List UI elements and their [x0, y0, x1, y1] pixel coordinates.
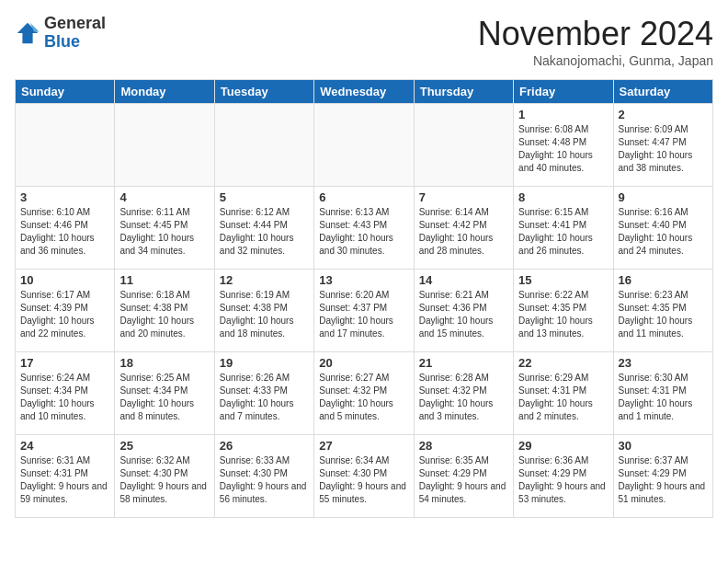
day-number: 5: [220, 190, 309, 204]
logo: General Blue: [15, 15, 106, 52]
day-number: 29: [518, 439, 608, 453]
calendar-cell: 30Sunrise: 6:37 AM Sunset: 4:29 PM Dayli…: [613, 435, 712, 518]
calendar-cell: [414, 104, 513, 187]
day-number: 3: [20, 190, 109, 204]
calendar-cell: 24Sunrise: 6:31 AM Sunset: 4:31 PM Dayli…: [16, 435, 115, 518]
day-info: Sunrise: 6:10 AM Sunset: 4:46 PM Dayligh…: [20, 206, 109, 258]
calendar-header-row: SundayMondayTuesdayWednesdayThursdayFrid…: [16, 80, 713, 104]
day-info: Sunrise: 6:13 AM Sunset: 4:43 PM Dayligh…: [319, 206, 408, 258]
day-number: 23: [619, 356, 708, 370]
week-row-2: 3Sunrise: 6:10 AM Sunset: 4:46 PM Daylig…: [16, 187, 713, 270]
day-info: Sunrise: 6:23 AM Sunset: 4:35 PM Dayligh…: [619, 289, 708, 340]
day-info: Sunrise: 6:22 AM Sunset: 4:35 PM Dayligh…: [518, 289, 608, 340]
calendar-cell: 10Sunrise: 6:17 AM Sunset: 4:39 PM Dayli…: [16, 270, 115, 352]
day-info: Sunrise: 6:34 AM Sunset: 4:30 PM Dayligh…: [319, 454, 408, 506]
calendar-cell: 8Sunrise: 6:15 AM Sunset: 4:41 PM Daylig…: [514, 187, 613, 270]
calendar-cell: [115, 104, 214, 187]
day-number: 28: [419, 439, 508, 453]
day-info: Sunrise: 6:11 AM Sunset: 4:45 PM Dayligh…: [119, 206, 209, 258]
day-number: 17: [20, 356, 109, 370]
day-info: Sunrise: 6:31 AM Sunset: 4:31 PM Dayligh…: [20, 454, 109, 506]
day-number: 8: [518, 190, 608, 204]
calendar-cell: 26Sunrise: 6:33 AM Sunset: 4:30 PM Dayli…: [214, 435, 313, 518]
col-header-tuesday: Tuesday: [214, 80, 313, 104]
day-number: 11: [119, 273, 209, 287]
day-number: 20: [319, 356, 408, 370]
week-row-5: 24Sunrise: 6:31 AM Sunset: 4:31 PM Dayli…: [16, 435, 713, 518]
day-info: Sunrise: 6:26 AM Sunset: 4:33 PM Dayligh…: [220, 372, 309, 423]
logo-icon: [15, 20, 40, 46]
calendar-cell: 11Sunrise: 6:18 AM Sunset: 4:38 PM Dayli…: [115, 270, 214, 352]
day-info: Sunrise: 6:37 AM Sunset: 4:29 PM Dayligh…: [619, 454, 708, 506]
calendar-cell: 6Sunrise: 6:13 AM Sunset: 4:43 PM Daylig…: [314, 187, 414, 270]
day-info: Sunrise: 6:35 AM Sunset: 4:29 PM Dayligh…: [419, 454, 508, 506]
day-info: Sunrise: 6:33 AM Sunset: 4:30 PM Dayligh…: [220, 454, 309, 506]
week-row-4: 17Sunrise: 6:24 AM Sunset: 4:34 PM Dayli…: [16, 352, 713, 435]
day-info: Sunrise: 6:32 AM Sunset: 4:30 PM Dayligh…: [119, 454, 209, 506]
calendar-cell: 28Sunrise: 6:35 AM Sunset: 4:29 PM Dayli…: [414, 435, 513, 518]
day-info: Sunrise: 6:19 AM Sunset: 4:38 PM Dayligh…: [220, 289, 309, 340]
day-info: Sunrise: 6:18 AM Sunset: 4:38 PM Dayligh…: [119, 289, 209, 340]
day-info: Sunrise: 6:21 AM Sunset: 4:36 PM Dayligh…: [419, 289, 508, 340]
day-info: Sunrise: 6:12 AM Sunset: 4:44 PM Dayligh…: [220, 206, 309, 258]
day-number: 2: [619, 108, 708, 121]
calendar-cell: 16Sunrise: 6:23 AM Sunset: 4:35 PM Dayli…: [613, 270, 712, 352]
title-block: November 2024 Nakanojomachi, Gunma, Japa…: [478, 15, 713, 68]
calendar-cell: 2Sunrise: 6:09 AM Sunset: 4:47 PM Daylig…: [613, 104, 712, 187]
day-number: 12: [220, 273, 309, 287]
day-info: Sunrise: 6:29 AM Sunset: 4:31 PM Dayligh…: [518, 372, 608, 423]
calendar-cell: 14Sunrise: 6:21 AM Sunset: 4:36 PM Dayli…: [414, 270, 513, 352]
calendar-cell: 3Sunrise: 6:10 AM Sunset: 4:46 PM Daylig…: [16, 187, 115, 270]
calendar-cell: [16, 104, 115, 187]
calendar-cell: 20Sunrise: 6:27 AM Sunset: 4:32 PM Dayli…: [314, 352, 414, 435]
calendar-cell: 9Sunrise: 6:16 AM Sunset: 4:40 PM Daylig…: [613, 187, 712, 270]
day-number: 9: [619, 190, 708, 204]
day-number: 19: [220, 356, 309, 370]
calendar-cell: 27Sunrise: 6:34 AM Sunset: 4:30 PM Dayli…: [314, 435, 414, 518]
day-info: Sunrise: 6:24 AM Sunset: 4:34 PM Dayligh…: [20, 372, 109, 423]
calendar-cell: 7Sunrise: 6:14 AM Sunset: 4:42 PM Daylig…: [414, 187, 513, 270]
col-header-friday: Friday: [514, 80, 613, 104]
day-number: 15: [518, 273, 608, 287]
day-info: Sunrise: 6:16 AM Sunset: 4:40 PM Dayligh…: [619, 206, 708, 258]
day-number: 7: [419, 190, 508, 204]
calendar-cell: 4Sunrise: 6:11 AM Sunset: 4:45 PM Daylig…: [115, 187, 214, 270]
month-title: November 2024: [478, 15, 713, 53]
col-header-monday: Monday: [115, 80, 214, 104]
location: Nakanojomachi, Gunma, Japan: [478, 53, 713, 68]
day-number: 13: [319, 273, 408, 287]
calendar-cell: 19Sunrise: 6:26 AM Sunset: 4:33 PM Dayli…: [214, 352, 313, 435]
calendar-cell: 22Sunrise: 6:29 AM Sunset: 4:31 PM Dayli…: [514, 352, 613, 435]
calendar-cell: 25Sunrise: 6:32 AM Sunset: 4:30 PM Dayli…: [115, 435, 214, 518]
calendar-cell: 23Sunrise: 6:30 AM Sunset: 4:31 PM Dayli…: [613, 352, 712, 435]
day-number: 4: [119, 190, 209, 204]
calendar-cell: [314, 104, 414, 187]
day-number: 27: [319, 439, 408, 453]
day-number: 21: [419, 356, 508, 370]
day-info: Sunrise: 6:17 AM Sunset: 4:39 PM Dayligh…: [20, 289, 109, 340]
day-number: 25: [119, 439, 209, 453]
day-info: Sunrise: 6:15 AM Sunset: 4:41 PM Dayligh…: [518, 206, 608, 258]
day-info: Sunrise: 6:09 AM Sunset: 4:47 PM Dayligh…: [619, 123, 708, 175]
day-info: Sunrise: 6:14 AM Sunset: 4:42 PM Dayligh…: [419, 206, 508, 258]
day-number: 10: [20, 273, 109, 287]
day-number: 1: [518, 108, 608, 121]
day-number: 18: [119, 356, 209, 370]
day-info: Sunrise: 6:20 AM Sunset: 4:37 PM Dayligh…: [319, 289, 408, 340]
page-header: General Blue November 2024 Nakanojomachi…: [15, 15, 713, 68]
calendar-cell: 13Sunrise: 6:20 AM Sunset: 4:37 PM Dayli…: [314, 270, 414, 352]
calendar-cell: 1Sunrise: 6:08 AM Sunset: 4:48 PM Daylig…: [514, 104, 613, 187]
logo-blue: Blue: [44, 33, 106, 52]
calendar-cell: 21Sunrise: 6:28 AM Sunset: 4:32 PM Dayli…: [414, 352, 513, 435]
calendar-cell: 18Sunrise: 6:25 AM Sunset: 4:34 PM Dayli…: [115, 352, 214, 435]
logo-text: General Blue: [44, 15, 106, 52]
col-header-wednesday: Wednesday: [314, 80, 414, 104]
day-info: Sunrise: 6:36 AM Sunset: 4:29 PM Dayligh…: [518, 454, 608, 506]
day-number: 16: [619, 273, 708, 287]
calendar-cell: [214, 104, 313, 187]
col-header-sunday: Sunday: [16, 80, 115, 104]
day-number: 22: [518, 356, 608, 370]
logo-general: General: [44, 15, 106, 33]
day-info: Sunrise: 6:08 AM Sunset: 4:48 PM Dayligh…: [518, 123, 608, 175]
col-header-saturday: Saturday: [613, 80, 712, 104]
